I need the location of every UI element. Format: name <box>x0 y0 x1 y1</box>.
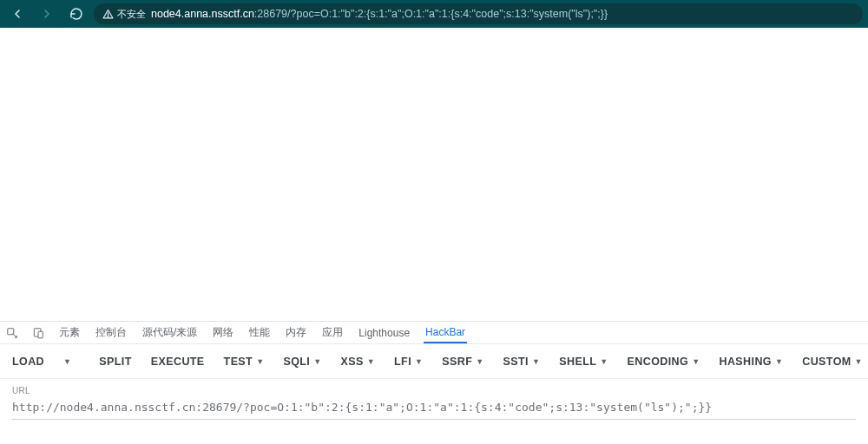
hb-sqli[interactable]: SQLI▼ <box>283 356 321 368</box>
warning-icon <box>102 9 114 20</box>
hackbar-url-field: URL http://node4.anna.nssctf.cn:28679/?p… <box>0 379 868 425</box>
devtools-tabstrip: 元素 控制台 源代码/来源 网络 性能 内存 应用 Lighthouse Hac… <box>0 322 868 344</box>
url-host: node4.anna.nssctf.cn <box>151 8 254 20</box>
back-button[interactable] <box>5 2 30 26</box>
reload-button[interactable] <box>64 2 89 26</box>
address-bar[interactable]: 不安全 node4.anna.nssctf.cn:28679/?poc=O:1:… <box>94 3 863 24</box>
tab-network[interactable]: 网络 <box>211 322 235 343</box>
hb-xss[interactable]: XSS▼ <box>341 356 376 368</box>
tab-performance[interactable]: 性能 <box>247 322 272 343</box>
hb-hashing[interactable]: HASHING▼ <box>719 356 783 368</box>
svg-point-1 <box>108 16 108 16</box>
hb-shell[interactable]: SHELL▼ <box>559 356 608 368</box>
hb-ssti[interactable]: SSTI▼ <box>503 356 541 368</box>
forward-button[interactable] <box>35 2 59 26</box>
url-path: :28679/?poc=O:1:"b":2:{s:1:"a";O:1:"a":1… <box>254 8 608 20</box>
hb-test[interactable]: TEST▼ <box>224 356 265 368</box>
inspect-icon[interactable] <box>5 326 19 340</box>
hb-encoding[interactable]: ENCODING▼ <box>628 356 700 368</box>
tab-memory[interactable]: 内存 <box>284 322 308 343</box>
tab-hackbar[interactable]: HackBar <box>424 322 467 343</box>
url-display: node4.anna.nssctf.cn:28679/?poc=O:1:"b":… <box>151 8 608 20</box>
hackbar-url-label: URL <box>12 386 856 395</box>
tab-elements[interactable]: 元素 <box>57 322 82 343</box>
hackbar-url-input[interactable]: http://node4.anna.nssctf.cn:28679/?poc=O… <box>12 397 856 420</box>
insecure-label: 不安全 <box>117 8 146 21</box>
insecure-badge: 不安全 <box>102 8 146 21</box>
hb-load[interactable]: LOAD <box>12 356 44 368</box>
tab-sources[interactable]: 源代码/来源 <box>141 322 199 343</box>
browser-toolbar: 不安全 node4.anna.nssctf.cn:28679/?poc=O:1:… <box>0 0 868 28</box>
hb-load-dropdown[interactable]: ▼ <box>63 357 71 366</box>
hb-split[interactable]: SPLIT <box>99 356 131 368</box>
device-toggle-icon[interactable] <box>31 326 45 340</box>
hb-execute[interactable]: EXECUTE <box>151 356 205 368</box>
devtools-panel: 元素 控制台 源代码/来源 网络 性能 内存 应用 Lighthouse Hac… <box>0 321 868 444</box>
page-content <box>0 28 868 321</box>
tab-console[interactable]: 控制台 <box>94 322 128 343</box>
hb-custom[interactable]: CUSTOM▼ <box>802 356 863 368</box>
hackbar-toolbar: LOAD ▼ SPLIT EXECUTE TEST▼ SQLI▼ XSS▼ LF… <box>0 344 868 379</box>
svg-rect-4 <box>38 331 43 338</box>
hb-lfi[interactable]: LFI▼ <box>394 356 423 368</box>
tab-application[interactable]: 应用 <box>320 322 345 343</box>
tab-lighthouse[interactable]: Lighthouse <box>357 322 411 343</box>
hb-ssrf[interactable]: SSRF▼ <box>442 356 483 368</box>
